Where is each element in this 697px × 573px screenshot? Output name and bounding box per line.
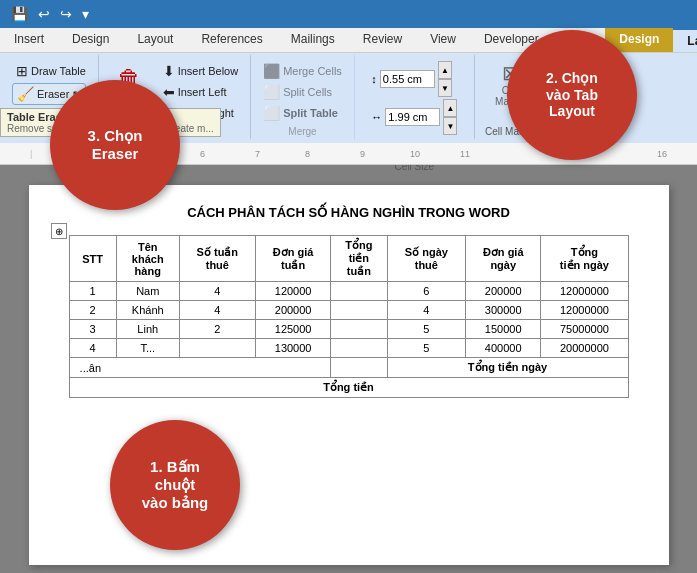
col-stt: STT <box>69 236 116 282</box>
undo-icon[interactable]: ↩ <box>35 6 53 22</box>
bubble-click-table: 1. Bấm chuột vào bảng <box>110 420 240 550</box>
table-row: 4T...130000540000020000000 <box>69 339 628 358</box>
quick-access-toolbar[interactable]: 💾 ↩ ↪ ▾ <box>0 0 697 28</box>
col-tongtien-tuan: Tổngtiềntuần <box>331 236 387 282</box>
save-icon[interactable]: 💾 <box>8 6 31 22</box>
split-cells-btn[interactable]: ⬜ Split Cells <box>259 82 346 102</box>
table-wrapper: ⊕ STT Tênkháchhàng Số tuầnthuê Đơn giátu… <box>69 235 629 398</box>
group-merge: ⬛ Merge Cells ⬜ Split Cells ⬜ Split Tabl… <box>251 55 355 139</box>
tab-review[interactable]: Review <box>349 28 416 52</box>
insert-left-btn[interactable]: ⬅ Insert Left <box>159 82 243 102</box>
height-up-btn[interactable]: ▲ <box>438 61 452 79</box>
split-table-btn[interactable]: ⬜ Split Table <box>259 103 346 123</box>
tab-layout2[interactable]: Layout <box>673 28 697 52</box>
qat-dropdown-icon[interactable]: ▾ <box>79 6 92 22</box>
width-down-btn[interactable]: ▼ <box>443 117 457 135</box>
col-tongtien-ngay: Tổngtiền ngày <box>541 236 628 282</box>
tab-layout1[interactable]: Layout <box>123 28 187 52</box>
height-down-btn[interactable]: ▼ <box>438 79 452 97</box>
group-merge-label: Merge <box>288 124 316 137</box>
table-row: 2Khánh4200000430000012000000 <box>69 301 628 320</box>
table-row: 1Nam4120000620000012000000 <box>69 282 628 301</box>
col-dongia-tuan: Đơn giátuần <box>256 236 331 282</box>
insert-left-icon: ⬅ <box>163 84 175 100</box>
merge-cells-icon: ⬛ <box>263 63 280 79</box>
tab-references[interactable]: References <box>187 28 276 52</box>
table-anchor[interactable]: ⊕ <box>51 223 67 239</box>
insert-below-btn[interactable]: ⬇ Insert Below <box>159 61 243 81</box>
redo-icon[interactable]: ↪ <box>57 6 75 22</box>
bubble-eraser: 3. Chọn Eraser <box>50 80 180 210</box>
width-icon: ↔ <box>371 111 382 123</box>
tab-mailings[interactable]: Mailings <box>277 28 349 52</box>
table-footer-row1: ...ân Tổng tiền ngày <box>69 358 628 378</box>
merge-cells-btn[interactable]: ⬛ Merge Cells <box>259 61 346 81</box>
insert-below-icon: ⬇ <box>163 63 175 79</box>
tab-view[interactable]: View <box>416 28 470 52</box>
col-songay: Số ngàythuê <box>387 236 466 282</box>
bubble-layout: 2. Chọn vào Tab Layout <box>507 30 637 160</box>
tab-insert[interactable]: Insert <box>0 28 58 52</box>
cell-width-input[interactable] <box>385 108 440 126</box>
table-row: 3Linh2125000515000075000000 <box>69 320 628 339</box>
draw-table-btn[interactable]: ⊞ Draw Table <box>12 61 90 81</box>
tab-design1[interactable]: Design <box>58 28 123 52</box>
draw-table-icon: ⊞ <box>16 63 28 79</box>
group-cell-size: ↕ ▲ ▼ ↔ ▲ ▼ ⊡ AutoFit ▾ Cell Size <box>355 55 475 139</box>
eraser-icon: 🧹 <box>17 86 34 102</box>
col-ten: Tênkháchhàng <box>116 236 179 282</box>
word-table: STT Tênkháchhàng Số tuầnthuê Đơn giátuần… <box>69 235 629 398</box>
height-icon: ↕ <box>371 73 377 85</box>
col-dongia-ngay: Đơn giángày <box>466 236 541 282</box>
split-table-icon: ⬜ <box>263 105 280 121</box>
doc-title: CÁCH PHÂN TÁCH SỐ HÀNG NGHÌN TRONG WORD <box>69 205 629 220</box>
doc-area: CÁCH PHÂN TÁCH SỐ HÀNG NGHÌN TRONG WORD … <box>0 165 697 573</box>
cell-height-input[interactable] <box>380 70 435 88</box>
split-cells-icon: ⬜ <box>263 84 280 100</box>
table-footer-row2: Tổng tiền <box>69 378 628 398</box>
col-sotuan: Số tuầnthuê <box>179 236 255 282</box>
width-up-btn[interactable]: ▲ <box>443 99 457 117</box>
